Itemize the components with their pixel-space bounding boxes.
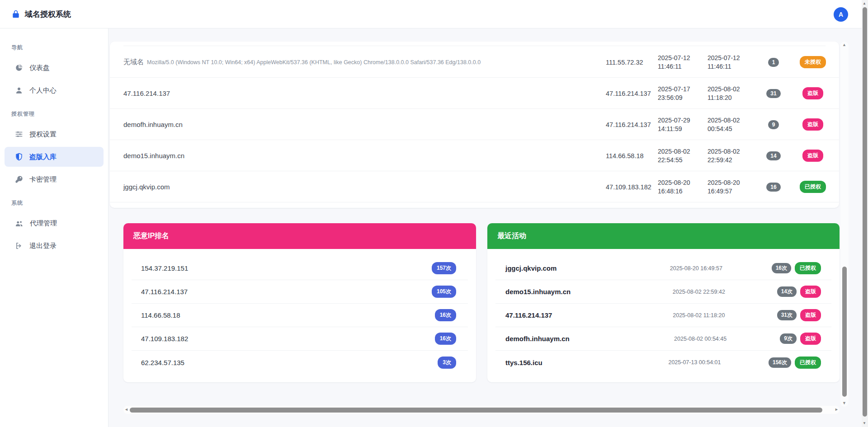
activity-item: demo15.inhuaym.cn 2025-08-02 22:59:42 14… <box>495 280 831 304</box>
sidebar-item-label: 仪表盘 <box>29 64 50 72</box>
ip-address: 62.234.57.135 <box>141 359 184 366</box>
scroll-up-arrow-icon[interactable]: ▲ <box>842 43 846 47</box>
ip-rank-item: 154.37.219.151 157次 <box>132 257 468 280</box>
sidebar-item-logout[interactable]: 退出登录 <box>5 236 104 256</box>
sidebar-item-dashboard[interactable]: 仪表盘 <box>5 58 104 78</box>
status-cell: 盗版 <box>790 140 835 171</box>
shield-icon <box>15 153 23 161</box>
panel-title: 恶意IP排名 <box>123 223 476 249</box>
ip-cell: 114.66.58.18 <box>606 140 656 171</box>
activity-time: 2025-08-02 11:18:20 <box>621 312 777 319</box>
first-seen-cell: 2025-08-2016:48:16 <box>658 171 705 202</box>
table-divider <box>123 46 826 46</box>
user-agent-text: Mozilla/5.0 (Windows NT 10.0; Win64; x64… <box>147 59 481 66</box>
activity-domain: demofh.inhuaym.cn <box>505 335 621 343</box>
count-cell: 14 <box>759 140 788 171</box>
activity-domain: jggcj.qkvip.com <box>505 264 621 272</box>
sidebar-item-profile[interactable]: 个人中心 <box>5 80 104 100</box>
status-badge: 盗版 <box>802 87 823 99</box>
first-seen-cell: 2025-08-0222:54:55 <box>658 140 705 171</box>
count-badge: 14 <box>766 151 780 160</box>
recent-activity-panel: 最近活动 jggcj.qkvip.com 2025-08-20 16:49:57… <box>487 223 840 382</box>
table-row: demo15.inhuaym.cn 114.66.58.18 2025-08-0… <box>110 140 839 171</box>
page-root: 域名授权系统 A 导航 仪表盘 个人中心 授权管理 <box>0 0 868 427</box>
count-cell: 9 <box>759 109 788 140</box>
sidebar: 导航 仪表盘 个人中心 授权管理 授权设置 <box>0 28 108 427</box>
activity-status-badge: 盗版 <box>800 333 821 345</box>
ip-cell: 47.116.214.137 <box>606 109 656 140</box>
first-seen-cell: 2025-07-2914:11:59 <box>658 109 705 140</box>
vertical-scrollbar[interactable]: ▲ ▼ <box>840 42 849 407</box>
last-seen-cell: 2025-08-0222:59:42 <box>708 140 755 171</box>
table-row: jggcj.qkvip.com 47.109.183.182 2025-08-2… <box>110 171 839 202</box>
pie-chart-icon <box>15 64 23 72</box>
sidebar-item-piracy-db[interactable]: 盗版入库 <box>5 147 104 167</box>
ip-cell: 111.55.72.32 <box>606 47 656 78</box>
brand: 域名授权系统 <box>0 9 71 19</box>
count-badge: 1 <box>768 58 779 67</box>
last-seen-cell: 2025-08-2016:49:57 <box>708 171 755 202</box>
scroll-left-arrow-icon[interactable]: ◄ <box>124 408 128 412</box>
count-cell: 1 <box>759 47 788 78</box>
scroll-down-arrow-icon[interactable]: ▼ <box>842 401 846 405</box>
user-avatar[interactable]: A <box>834 7 848 22</box>
window-scrollbar[interactable]: ▲ ▼ <box>862 0 868 427</box>
hit-count-badge: 157次 <box>432 262 456 274</box>
sidebar-item-auth-settings[interactable]: 授权设置 <box>5 124 104 144</box>
sidebar-item-agents[interactable]: 代理管理 <box>5 213 104 233</box>
activity-status-badge: 盗版 <box>800 286 821 298</box>
ip-address: 47.116.214.137 <box>141 288 188 296</box>
count-cell: 31 <box>759 78 788 109</box>
count-badge: 31 <box>766 89 780 98</box>
ip-address: 114.66.58.18 <box>141 311 180 319</box>
window-scroll-down-icon[interactable]: ▼ <box>863 422 866 425</box>
users-icon <box>15 219 24 228</box>
domain-cell: jggcj.qkvip.com <box>123 171 594 202</box>
status-cell: 已授权 <box>790 171 835 202</box>
status-badge: 盗版 <box>802 150 823 162</box>
panel-title: 最近活动 <box>487 223 840 249</box>
last-seen-cell: 2025-07-1211:46:11 <box>708 47 755 78</box>
activity-time: 2025-08-20 16:49:57 <box>621 265 772 272</box>
activity-item: ttys.156.icu 2025-07-13 00:54:01 156次 已授… <box>495 351 831 374</box>
scroll-right-arrow-icon[interactable]: ► <box>835 408 839 412</box>
ip-rank-item: 114.66.58.18 16次 <box>132 304 468 327</box>
logout-icon <box>15 242 23 250</box>
activity-domain: demo15.inhuaym.cn <box>505 288 621 296</box>
piracy-table-card: 无域名 Mozilla/5.0 (Windows NT 10.0; Win64;… <box>110 42 839 208</box>
first-seen-cell: 2025-07-1211:46:11 <box>658 47 705 78</box>
activity-count-badge: 156次 <box>769 357 791 368</box>
hit-count-badge: 16次 <box>435 309 456 321</box>
sidebar-item-label: 盗版入库 <box>29 153 57 161</box>
app-title: 域名授权系统 <box>25 9 71 19</box>
sidebar-section-auth: 授权管理 <box>0 106 108 122</box>
table-row: 无域名 Mozilla/5.0 (Windows NT 10.0; Win64;… <box>110 47 839 78</box>
sidebar-section-nav: 导航 <box>0 39 108 55</box>
activity-domain: ttys.156.icu <box>505 359 621 366</box>
sidebar-item-label: 个人中心 <box>29 86 57 95</box>
hit-count-badge: 3次 <box>438 357 456 369</box>
hit-count-badge: 105次 <box>432 286 456 298</box>
app-header: 域名授权系统 A <box>0 0 868 28</box>
sliders-icon <box>15 130 23 138</box>
status-badge: 已授权 <box>800 181 826 193</box>
main-content: 无域名 Mozilla/5.0 (Windows NT 10.0; Win64;… <box>108 28 868 427</box>
sidebar-item-card-keys[interactable]: 卡密管理 <box>5 169 104 189</box>
domain-cell: demofh.inhuaym.cn <box>123 109 594 140</box>
ip-rank-item: 62.234.57.135 3次 <box>132 351 468 374</box>
activity-count-badge: 14次 <box>777 286 797 297</box>
ip-rank-item: 47.116.214.137 105次 <box>132 280 468 304</box>
count-cell: 16 <box>759 171 788 202</box>
sidebar-section-system: 系统 <box>0 195 108 211</box>
window-scroll-up-icon[interactable]: ▲ <box>863 2 866 5</box>
window-scroll-thumb[interactable] <box>863 7 867 417</box>
activity-time: 2025-08-02 00:54:45 <box>621 336 780 342</box>
activity-item: jggcj.qkvip.com 2025-08-20 16:49:57 16次 … <box>495 257 831 280</box>
horizontal-scrollbar[interactable]: ◄ ► <box>123 406 840 414</box>
horizontal-scroll-thumb[interactable] <box>130 408 822 413</box>
status-cell: 盗版 <box>790 109 835 140</box>
activity-count-badge: 16次 <box>772 263 791 273</box>
status-cell: 未授权 <box>790 47 835 78</box>
vertical-scroll-thumb[interactable] <box>842 267 847 397</box>
domain-cell: 47.116.214.137 <box>123 78 594 109</box>
